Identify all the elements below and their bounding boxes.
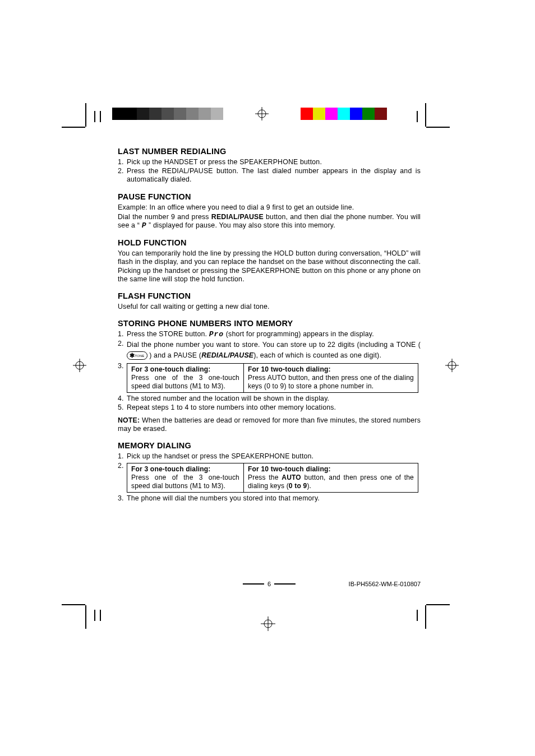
- tone-key-icon: ✱TONE: [127, 351, 147, 360]
- paragraph: Dial the number 9 and press REDIAL/PAUSE…: [118, 213, 421, 230]
- list-item: 5.Repeat steps 1 to 4 to store numbers i…: [118, 403, 421, 412]
- section-heading-hold: HOLD FUNCTION: [118, 238, 421, 248]
- registration-mark-icon: [73, 359, 86, 374]
- color-swatch: [174, 108, 186, 120]
- color-swatch: [149, 108, 162, 120]
- list-item: 2.Press the REDIAL/PAUSE button. The las…: [118, 167, 421, 184]
- list-item: 1.Pick up the handset or press the SPEAK…: [118, 452, 421, 461]
- color-swatch: [186, 108, 199, 120]
- color-swatch: [162, 108, 174, 120]
- dialing-options-table: For 3 one-touch dialing:Press one of the…: [127, 463, 418, 493]
- document-code: IB-PH5562-WM-E-010807: [349, 581, 421, 587]
- crop-mark: [426, 127, 450, 128]
- document-content: LAST NUMBER REDIALING 1.Pick up the HAND…: [118, 147, 421, 503]
- list-item: 3. For 3 one-touch dialing:Press one of …: [118, 362, 421, 394]
- section-heading-redial: LAST NUMBER REDIALING: [118, 147, 421, 157]
- crop-mark: [425, 605, 426, 629]
- crop-mark: [100, 111, 101, 122]
- list-item: 2.Dial the phone number you want to stor…: [118, 340, 421, 361]
- registration-mark-icon: [261, 616, 275, 633]
- color-swatch: [199, 108, 211, 120]
- crop-mark: [85, 103, 86, 127]
- crop-mark: [417, 610, 418, 621]
- color-swatch: [338, 108, 350, 120]
- dash-icon: [274, 583, 296, 585]
- paragraph: Useful for call waiting or getting a new…: [118, 303, 421, 311]
- crop-mark: [94, 111, 95, 122]
- section-heading-store: STORING PHONE NUMBERS INTO MEMORY: [118, 319, 421, 329]
- crop-mark: [425, 103, 426, 127]
- crop-mark: [94, 610, 95, 621]
- color-swatch: [223, 108, 236, 120]
- page-number: 6: [243, 581, 296, 587]
- registration-mark-icon: [445, 359, 459, 374]
- list-item: 1.Press the STORE button. Pro (short for…: [118, 330, 421, 339]
- dash-icon: [243, 583, 264, 585]
- note: NOTE: When the batteries are dead or rem…: [118, 416, 421, 433]
- list-item: 4.The stored number and the location wil…: [118, 395, 421, 403]
- color-swatch: [399, 108, 412, 120]
- list-item: 1.Pick up the HANDSET or press the SPEAK…: [118, 158, 421, 166]
- crop-mark: [62, 604, 85, 605]
- paragraph: You can temporarily hold the line by pre…: [118, 249, 421, 284]
- color-swatch: [288, 108, 301, 120]
- color-swatch: [112, 108, 124, 120]
- color-swatch: [387, 108, 399, 120]
- paragraph: Example: In an office where you need to …: [118, 203, 421, 212]
- dialing-options-table: For 3 one-touch dialing:Press one of the…: [127, 363, 418, 393]
- color-swatch: [236, 108, 248, 120]
- color-swatch: [137, 108, 149, 120]
- color-swatch: [211, 108, 223, 120]
- crop-mark: [100, 610, 101, 621]
- section-heading-flash: FLASH FUNCTION: [118, 291, 421, 302]
- color-swatch: [362, 108, 375, 120]
- color-swatch: [301, 108, 313, 120]
- crop-mark: [426, 604, 450, 605]
- color-swatch: [375, 108, 387, 120]
- crop-mark: [85, 605, 86, 629]
- list-item: 2. For 3 one-touch dialing:Press one of …: [118, 462, 421, 494]
- crop-mark: [417, 111, 418, 122]
- section-heading-pause: PAUSE FUNCTION: [118, 192, 421, 202]
- section-heading-memdial: MEMORY DIALING: [118, 441, 421, 451]
- registration-mark-icon: [248, 108, 276, 120]
- color-swatch: [350, 108, 362, 120]
- crop-mark: [62, 127, 85, 128]
- color-swatch: [325, 108, 338, 120]
- color-calibration-bar: [112, 108, 412, 120]
- color-swatch: [124, 108, 137, 120]
- color-swatch: [313, 108, 325, 120]
- list-item: 3.The phone will dial the numbers you st…: [118, 494, 421, 503]
- color-swatch: [276, 108, 288, 120]
